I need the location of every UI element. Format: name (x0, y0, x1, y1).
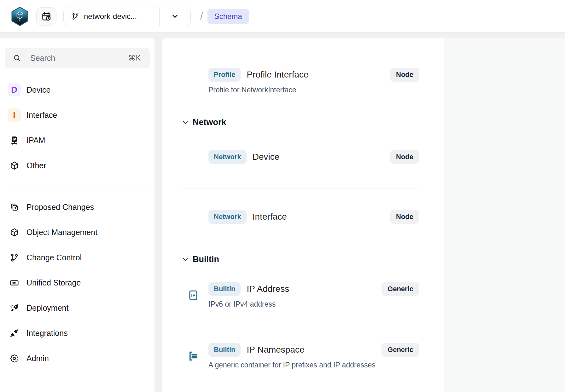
kind-badge: Node (390, 68, 419, 82)
time-travel-button[interactable] (36, 7, 56, 26)
schema-item-description: Profile for NetworkInterface (208, 86, 419, 94)
schema-list: Profile Profile Interface Node Profile f… (162, 38, 444, 392)
sidebar-item-object-management[interactable]: Object Management (0, 220, 154, 245)
svg-text:IP: IP (13, 137, 16, 141)
plug-icon (9, 328, 19, 338)
branch-dropdown-toggle[interactable] (159, 7, 190, 26)
app-body: Search ⌘K D Device I Interface IP (0, 33, 565, 392)
schema-item-title: IP Namespace (247, 345, 304, 355)
kind-badge: Node (390, 210, 419, 224)
breadcrumb-schema[interactable]: Schema (207, 9, 249, 24)
section-header-network[interactable]: Network (182, 118, 419, 127)
section-header-builtin[interactable]: Builtin (182, 255, 419, 264)
namespace-badge: Profile (208, 68, 241, 82)
kind-badge: Node (390, 150, 419, 164)
schema-item-profile-interface[interactable]: Profile Profile Interface Node Profile f… (182, 68, 419, 94)
interface-letter-icon: I (8, 108, 21, 122)
branch-selector[interactable]: network-devic... (63, 7, 191, 26)
app-header: network-devic... / Schema (0, 0, 565, 33)
search-shortcut: ⌘K (128, 54, 141, 62)
list-divider (182, 188, 419, 188)
sidebar-nav-schema-groups: D Device I Interface IP IPAM (0, 77, 154, 178)
git-branch-icon (9, 253, 19, 262)
chevron-down-icon (182, 119, 189, 126)
schema-item-interface[interactable]: Network Interface Node (182, 210, 419, 224)
rocket-icon (9, 303, 19, 313)
schema-item-description: IPv6 or IPv4 address (208, 300, 419, 308)
schema-item-description: A generic container for IP prefixes and … (208, 361, 419, 369)
cube-icon (9, 228, 19, 237)
sidebar-item-device[interactable]: D Device (0, 77, 154, 102)
schema-item-ip-address[interactable]: IP Builtin IP Address Generic IPv6 or IP… (182, 282, 419, 308)
calendar-clock-icon (41, 11, 51, 21)
list-divider (182, 51, 419, 51)
namespace-badge: Builtin (208, 343, 241, 357)
git-branch-icon (71, 12, 79, 20)
sidebar-item-proposed-changes[interactable]: Proposed Changes (0, 194, 154, 220)
infrahub-logo[interactable] (11, 7, 29, 26)
device-letter-icon: D (8, 83, 21, 96)
search-icon (13, 54, 21, 62)
sidebar-item-interface[interactable]: I Interface (0, 102, 154, 128)
kind-badge: Generic (382, 343, 419, 357)
kind-badge: Generic (382, 282, 419, 296)
sidebar-item-admin[interactable]: Admin (0, 346, 154, 371)
list-divider (182, 327, 419, 327)
search-placeholder: Search (30, 54, 55, 63)
sidebar-divider (5, 186, 150, 186)
svg-text:IP: IP (191, 293, 195, 298)
gear-icon (9, 354, 19, 363)
chevron-down-icon (182, 256, 189, 263)
schema-content: Profile Profile Interface Node Profile f… (162, 38, 565, 392)
namespace-badge: Builtin (208, 282, 241, 296)
schema-item-title: IP Address (247, 284, 289, 294)
detail-pane-empty (444, 38, 565, 392)
sidebar-item-integrations[interactable]: Integrations (0, 320, 154, 346)
branch-selector-value[interactable]: network-devic... (64, 7, 159, 26)
schema-item-title: Profile Interface (247, 70, 308, 80)
ipam-sign-icon: IP (9, 135, 19, 145)
storage-icon (9, 278, 19, 288)
ip-badge-icon: IP (188, 290, 199, 301)
namespace-badge: Network (208, 150, 247, 164)
search-input[interactable]: Search ⌘K (5, 48, 150, 68)
proposed-changes-icon (9, 202, 19, 212)
sidebar-item-unified-storage[interactable]: Unified Storage (0, 270, 154, 295)
sidebar-item-change-control[interactable]: Change Control (0, 245, 154, 270)
list-tree-icon (188, 350, 199, 362)
sidebar-item-ipam[interactable]: IP IPAM (0, 128, 154, 153)
schema-item-ip-namespace[interactable]: Builtin IP Namespace Generic A generic c… (182, 343, 419, 369)
breadcrumb-separator: / (200, 11, 203, 22)
sidebar-item-other[interactable]: Other (0, 153, 154, 178)
schema-item-title: Device (253, 152, 280, 162)
sidebar-nav-main: Proposed Changes Object Management (0, 194, 154, 371)
chevron-down-icon (171, 13, 179, 20)
cube-icon (9, 161, 19, 170)
schema-item-device[interactable]: Network Device Node (182, 150, 419, 164)
branch-name: network-devic... (84, 12, 137, 21)
namespace-badge: Network (208, 210, 247, 224)
schema-item-title: Interface (253, 212, 287, 222)
sidebar-item-deployment[interactable]: Deployment (0, 295, 154, 320)
sidebar: Search ⌘K D Device I Interface IP (0, 38, 154, 392)
